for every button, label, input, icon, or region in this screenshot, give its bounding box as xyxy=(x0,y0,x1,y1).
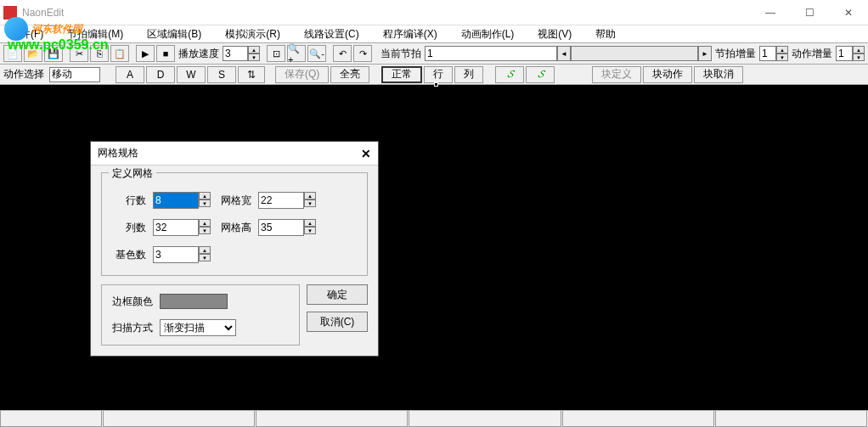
play-icon[interactable]: ▶ xyxy=(136,45,155,62)
resize-handle[interactable] xyxy=(434,82,438,87)
save-file-icon[interactable]: 💾 xyxy=(44,45,63,62)
menu-help[interactable]: 帮助 xyxy=(595,27,616,42)
fieldset-legend: 定义网格 xyxy=(109,166,156,181)
scan-mode-select[interactable]: 渐变扫描 xyxy=(160,319,236,336)
grid-spec-dialog: 网格规格 ✕ 定义网格 行数 ▲▼ 网格宽 ▲▼ 列数 ▲▼ 网格高 ▲▼ 基色… xyxy=(90,141,379,357)
menubar: 文件(F) 节拍编辑(M) 区域编辑(B) 模拟演示(R) 线路设置(C) 程序… xyxy=(0,25,868,42)
menu-compile[interactable]: 程序编译(X) xyxy=(383,27,437,42)
undo-icon[interactable]: ↶ xyxy=(333,45,352,62)
grid-w-input[interactable] xyxy=(258,192,304,209)
current-beat-input[interactable] xyxy=(425,46,557,61)
status-cell xyxy=(715,411,867,427)
grid-h-input[interactable] xyxy=(258,219,304,236)
appearance-fieldset: 边框颜色 扫描方式 渐变扫描 xyxy=(101,284,300,346)
block-cancel-button[interactable]: 块取消 xyxy=(694,66,743,83)
beat-scrollbar[interactable] xyxy=(571,46,698,61)
action-inc-spinner[interactable]: ▲▼ xyxy=(836,46,865,61)
play-speed-input[interactable] xyxy=(223,46,248,61)
save-button[interactable]: 保存(Q) xyxy=(275,66,329,83)
script-icon-1[interactable]: 𝓢 xyxy=(495,66,524,83)
play-speed-label: 播放速度 xyxy=(178,47,219,61)
define-grid-fieldset: 定义网格 行数 ▲▼ 网格宽 ▲▼ 列数 ▲▼ 网格高 ▲▼ 基色数 ▲▼ xyxy=(101,172,368,276)
menu-view[interactable]: 视图(V) xyxy=(538,27,572,42)
menu-line-setup[interactable]: 线路设置(C) xyxy=(304,27,359,42)
dialog-title: 网格规格 xyxy=(98,146,138,160)
beat-inc-input[interactable] xyxy=(759,46,776,61)
cut-icon[interactable]: ✂ xyxy=(70,45,88,62)
scan-mode-label: 扫描方式 xyxy=(112,321,153,335)
action-inc-input[interactable] xyxy=(836,46,853,61)
script-icon-2[interactable]: 𝓢 xyxy=(526,66,555,83)
close-button[interactable]: ✕ xyxy=(829,0,868,25)
cols-input[interactable] xyxy=(153,219,199,236)
status-cell xyxy=(103,411,255,427)
toolbar-main: 📄 📂 💾 ✂ ⎘ 📋 ▶ ■ 播放速度 ▲▼ ⊡ 🔍+ 🔍- ↶ ↷ 当前节拍… xyxy=(0,42,868,65)
stop-icon[interactable]: ■ xyxy=(156,45,175,62)
block-action-button[interactable]: 块动作 xyxy=(643,66,692,83)
dialog-close-icon[interactable]: ✕ xyxy=(361,147,371,160)
status-cell xyxy=(0,411,102,427)
redo-icon[interactable]: ↷ xyxy=(353,45,372,62)
maximize-button[interactable]: ☐ xyxy=(790,0,829,25)
grid-w-label: 网格宽 xyxy=(217,194,251,208)
action-inc-label: 动作增量 xyxy=(792,47,832,61)
border-color-swatch[interactable] xyxy=(160,294,228,309)
row-button[interactable]: 行 xyxy=(424,66,453,83)
base-colors-input[interactable] xyxy=(153,246,199,263)
btn-swap-icon[interactable]: ⇅ xyxy=(238,66,265,83)
zoom-out-icon[interactable]: 🔍- xyxy=(307,45,326,62)
spin-down-icon[interactable]: ▼ xyxy=(248,53,260,61)
status-cell xyxy=(562,411,714,427)
app-icon xyxy=(3,6,17,20)
paste-icon[interactable]: 📋 xyxy=(110,45,129,62)
btn-d[interactable]: D xyxy=(146,66,175,83)
rows-label: 行数 xyxy=(112,194,146,208)
copy-icon[interactable]: ⎘ xyxy=(90,45,109,62)
menu-area-edit[interactable]: 区域编辑(B) xyxy=(147,27,201,42)
grid-h-label: 网格高 xyxy=(217,221,251,235)
new-file-icon[interactable]: 📄 xyxy=(3,45,22,62)
scroll-right-icon[interactable]: ► xyxy=(698,46,712,61)
menu-file[interactable]: 文件(F) xyxy=(10,27,43,42)
block-define-button[interactable]: 块定义 xyxy=(592,66,641,83)
border-color-label: 边框颜色 xyxy=(112,295,153,309)
menu-anim[interactable]: 动画制作(L) xyxy=(461,27,515,42)
open-file-icon[interactable]: 📂 xyxy=(24,45,42,62)
rows-input[interactable] xyxy=(153,192,199,209)
normal-button[interactable]: 正常 xyxy=(381,66,422,83)
zoom-fit-icon[interactable]: ⊡ xyxy=(267,45,285,62)
cols-label: 列数 xyxy=(112,221,146,235)
btn-s[interactable]: S xyxy=(207,66,236,83)
menu-beat-edit[interactable]: 节拍编辑(M) xyxy=(67,27,123,42)
play-speed-spinner[interactable]: ▲▼ xyxy=(223,46,260,61)
beat-inc-spinner[interactable]: ▲▼ xyxy=(759,46,788,61)
status-cell xyxy=(409,411,561,427)
btn-a[interactable]: A xyxy=(116,66,144,83)
ok-button[interactable]: 确定 xyxy=(307,284,368,305)
current-beat-label: 当前节拍 xyxy=(380,47,421,61)
menu-simulate[interactable]: 模拟演示(R) xyxy=(225,27,280,42)
zoom-in-icon[interactable]: 🔍+ xyxy=(287,45,306,62)
minimize-button[interactable]: — xyxy=(751,0,790,25)
col-button[interactable]: 列 xyxy=(454,66,483,83)
btn-w[interactable]: W xyxy=(177,66,206,83)
status-cell xyxy=(256,411,408,427)
action-select-combo[interactable] xyxy=(49,67,100,82)
base-colors-label: 基色数 xyxy=(112,248,146,262)
beat-inc-label: 节拍增量 xyxy=(715,47,756,61)
action-select-label: 动作选择 xyxy=(3,67,44,81)
scroll-left-icon[interactable]: ◄ xyxy=(557,46,571,61)
cancel-button[interactable]: 取消(C) xyxy=(307,312,368,332)
all-bright-button[interactable]: 全亮 xyxy=(330,66,369,83)
statusbar xyxy=(0,410,868,427)
app-title: NaonEdit xyxy=(22,7,64,19)
spin-up-icon[interactable]: ▲ xyxy=(248,46,260,53)
titlebar: NaonEdit — ☐ ✕ xyxy=(0,0,868,25)
